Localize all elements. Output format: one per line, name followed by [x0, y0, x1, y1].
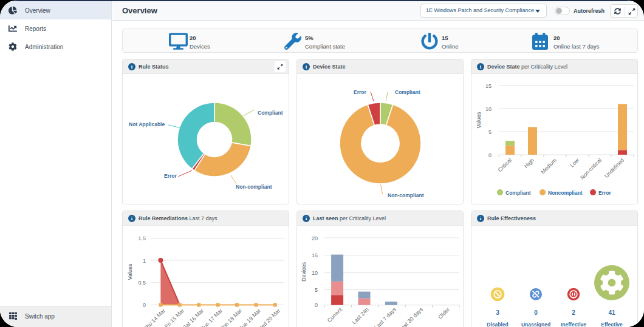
svg-text:Compliant: Compliant: [505, 190, 531, 196]
svg-text:0: 0: [315, 302, 318, 308]
svg-text:Low: Low: [569, 157, 580, 169]
svg-text:Ineffective: Ineffective: [561, 322, 586, 327]
svg-text:0.5: 0.5: [138, 280, 146, 286]
svg-text:41: 41: [608, 309, 615, 316]
svg-text:Non-compliant: Non-compliant: [388, 192, 424, 198]
svg-text:Error: Error: [354, 89, 366, 95]
svg-text:Noncompliant: Noncompliant: [548, 190, 583, 196]
svg-text:0: 0: [488, 152, 492, 158]
svg-text:Compliant: Compliant: [395, 89, 420, 95]
svg-text:High: High: [523, 157, 535, 169]
svg-text:20: 20: [312, 235, 318, 241]
svg-text:1.5: 1.5: [138, 235, 146, 241]
svg-text:15: 15: [312, 252, 318, 258]
svg-text:Devices: Devices: [301, 261, 307, 281]
svg-text:Disabled: Disabled: [487, 322, 508, 327]
svg-text:Error: Error: [164, 173, 177, 179]
svg-text:Thu 14 Mar: Thu 14 Mar: [142, 308, 166, 327]
svg-text:Unassigned: Unassigned: [521, 322, 550, 327]
svg-text:1: 1: [143, 258, 146, 264]
svg-text:10: 10: [312, 270, 318, 276]
svg-text:5: 5: [488, 129, 492, 135]
svg-text:Current: Current: [326, 306, 344, 324]
svg-text:15: 15: [485, 83, 492, 89]
svg-text:Values: Values: [476, 112, 482, 128]
svg-text:Non-critical: Non-critical: [579, 157, 603, 181]
svg-text:Last 30 days: Last 30 days: [398, 306, 425, 327]
svg-text:2: 2: [572, 309, 575, 316]
svg-text:0: 0: [534, 309, 538, 316]
svg-text:5: 5: [315, 287, 318, 293]
svg-text:10: 10: [485, 106, 492, 112]
svg-text:Last 7 days: Last 7 days: [373, 306, 397, 327]
svg-text:Compliant: Compliant: [258, 110, 283, 116]
svg-text:Sat 16 Mar: Sat 16 Mar: [182, 308, 205, 327]
svg-text:Undefined: Undefined: [603, 157, 625, 179]
svg-text:Non-compliant: Non-compliant: [236, 184, 272, 190]
svg-text:Effective: Effective: [601, 322, 623, 327]
svg-text:Error: Error: [598, 190, 611, 196]
svg-text:Fri 15 Mar: Fri 15 Mar: [163, 308, 185, 327]
svg-text:Older: Older: [437, 306, 451, 320]
svg-text:Not Applicable: Not Applicable: [129, 121, 165, 127]
svg-text:Medium: Medium: [540, 157, 558, 175]
svg-text:3: 3: [496, 309, 499, 316]
svg-text:Values: Values: [127, 263, 133, 280]
svg-text:Critical: Critical: [497, 157, 513, 174]
svg-text:Last 24h: Last 24h: [351, 306, 370, 325]
svg-text:0: 0: [143, 302, 146, 308]
